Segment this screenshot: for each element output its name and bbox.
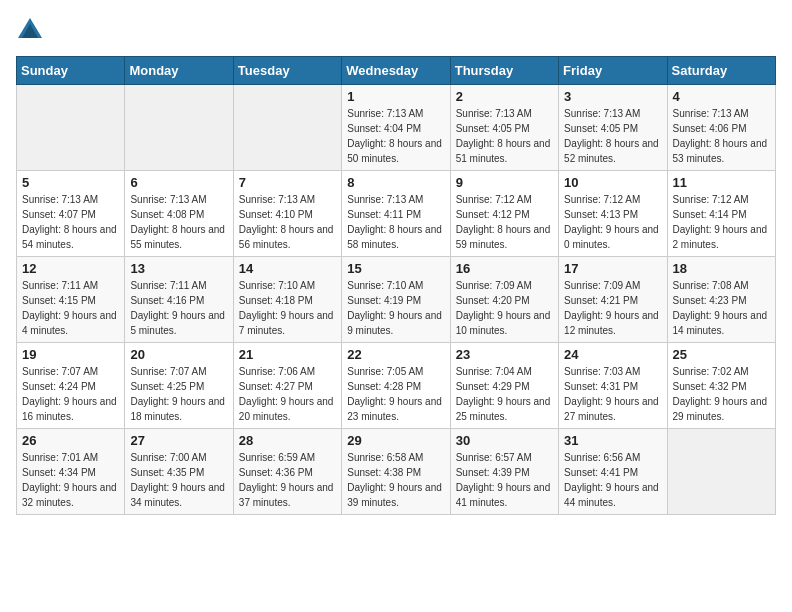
calendar-table: SundayMondayTuesdayWednesdayThursdayFrid… <box>16 56 776 515</box>
day-number: 5 <box>22 175 119 190</box>
day-number: 15 <box>347 261 444 276</box>
day-info: Sunrise: 7:03 AMSunset: 4:31 PMDaylight:… <box>564 364 661 424</box>
week-row-2: 5 Sunrise: 7:13 AMSunset: 4:07 PMDayligh… <box>17 171 776 257</box>
day-info: Sunrise: 7:05 AMSunset: 4:28 PMDaylight:… <box>347 364 444 424</box>
day-info: Sunrise: 7:06 AMSunset: 4:27 PMDaylight:… <box>239 364 336 424</box>
day-info: Sunrise: 7:13 AMSunset: 4:07 PMDaylight:… <box>22 192 119 252</box>
day-number: 25 <box>673 347 770 362</box>
day-number: 27 <box>130 433 227 448</box>
day-number: 10 <box>564 175 661 190</box>
day-info: Sunrise: 7:13 AMSunset: 4:05 PMDaylight:… <box>456 106 553 166</box>
calendar-cell: 4 Sunrise: 7:13 AMSunset: 4:06 PMDayligh… <box>667 85 775 171</box>
day-info: Sunrise: 6:56 AMSunset: 4:41 PMDaylight:… <box>564 450 661 510</box>
weekday-header-saturday: Saturday <box>667 57 775 85</box>
calendar-cell: 15 Sunrise: 7:10 AMSunset: 4:19 PMDaylig… <box>342 257 450 343</box>
calendar-cell: 3 Sunrise: 7:13 AMSunset: 4:05 PMDayligh… <box>559 85 667 171</box>
calendar-cell: 24 Sunrise: 7:03 AMSunset: 4:31 PMDaylig… <box>559 343 667 429</box>
day-number: 22 <box>347 347 444 362</box>
calendar-cell <box>17 85 125 171</box>
day-number: 20 <box>130 347 227 362</box>
weekday-header-row: SundayMondayTuesdayWednesdayThursdayFrid… <box>17 57 776 85</box>
calendar-cell: 2 Sunrise: 7:13 AMSunset: 4:05 PMDayligh… <box>450 85 558 171</box>
day-info: Sunrise: 7:01 AMSunset: 4:34 PMDaylight:… <box>22 450 119 510</box>
day-info: Sunrise: 6:58 AMSunset: 4:38 PMDaylight:… <box>347 450 444 510</box>
day-number: 17 <box>564 261 661 276</box>
day-info: Sunrise: 7:12 AMSunset: 4:14 PMDaylight:… <box>673 192 770 252</box>
calendar-cell: 23 Sunrise: 7:04 AMSunset: 4:29 PMDaylig… <box>450 343 558 429</box>
weekday-header-monday: Monday <box>125 57 233 85</box>
day-info: Sunrise: 7:12 AMSunset: 4:13 PMDaylight:… <box>564 192 661 252</box>
week-row-4: 19 Sunrise: 7:07 AMSunset: 4:24 PMDaylig… <box>17 343 776 429</box>
day-number: 13 <box>130 261 227 276</box>
calendar-cell: 18 Sunrise: 7:08 AMSunset: 4:23 PMDaylig… <box>667 257 775 343</box>
day-info: Sunrise: 7:11 AMSunset: 4:15 PMDaylight:… <box>22 278 119 338</box>
calendar-cell: 20 Sunrise: 7:07 AMSunset: 4:25 PMDaylig… <box>125 343 233 429</box>
calendar-cell: 9 Sunrise: 7:12 AMSunset: 4:12 PMDayligh… <box>450 171 558 257</box>
day-number: 24 <box>564 347 661 362</box>
logo-icon <box>16 16 44 44</box>
day-number: 28 <box>239 433 336 448</box>
calendar-cell: 26 Sunrise: 7:01 AMSunset: 4:34 PMDaylig… <box>17 429 125 515</box>
day-number: 16 <box>456 261 553 276</box>
day-info: Sunrise: 7:13 AMSunset: 4:08 PMDaylight:… <box>130 192 227 252</box>
calendar-cell: 29 Sunrise: 6:58 AMSunset: 4:38 PMDaylig… <box>342 429 450 515</box>
day-number: 19 <box>22 347 119 362</box>
calendar-cell <box>233 85 341 171</box>
calendar-cell: 6 Sunrise: 7:13 AMSunset: 4:08 PMDayligh… <box>125 171 233 257</box>
day-number: 1 <box>347 89 444 104</box>
day-info: Sunrise: 7:10 AMSunset: 4:19 PMDaylight:… <box>347 278 444 338</box>
calendar-cell: 10 Sunrise: 7:12 AMSunset: 4:13 PMDaylig… <box>559 171 667 257</box>
day-info: Sunrise: 7:00 AMSunset: 4:35 PMDaylight:… <box>130 450 227 510</box>
calendar-cell: 28 Sunrise: 6:59 AMSunset: 4:36 PMDaylig… <box>233 429 341 515</box>
day-number: 30 <box>456 433 553 448</box>
week-row-5: 26 Sunrise: 7:01 AMSunset: 4:34 PMDaylig… <box>17 429 776 515</box>
day-number: 7 <box>239 175 336 190</box>
day-info: Sunrise: 7:08 AMSunset: 4:23 PMDaylight:… <box>673 278 770 338</box>
week-row-1: 1 Sunrise: 7:13 AMSunset: 4:04 PMDayligh… <box>17 85 776 171</box>
day-info: Sunrise: 7:07 AMSunset: 4:24 PMDaylight:… <box>22 364 119 424</box>
calendar-cell: 19 Sunrise: 7:07 AMSunset: 4:24 PMDaylig… <box>17 343 125 429</box>
day-info: Sunrise: 7:13 AMSunset: 4:11 PMDaylight:… <box>347 192 444 252</box>
week-row-3: 12 Sunrise: 7:11 AMSunset: 4:15 PMDaylig… <box>17 257 776 343</box>
day-number: 14 <box>239 261 336 276</box>
weekday-header-friday: Friday <box>559 57 667 85</box>
day-number: 4 <box>673 89 770 104</box>
calendar-cell: 27 Sunrise: 7:00 AMSunset: 4:35 PMDaylig… <box>125 429 233 515</box>
calendar-cell: 16 Sunrise: 7:09 AMSunset: 4:20 PMDaylig… <box>450 257 558 343</box>
calendar-cell: 13 Sunrise: 7:11 AMSunset: 4:16 PMDaylig… <box>125 257 233 343</box>
day-number: 2 <box>456 89 553 104</box>
day-info: Sunrise: 7:13 AMSunset: 4:06 PMDaylight:… <box>673 106 770 166</box>
day-number: 29 <box>347 433 444 448</box>
day-info: Sunrise: 7:12 AMSunset: 4:12 PMDaylight:… <box>456 192 553 252</box>
day-info: Sunrise: 6:59 AMSunset: 4:36 PMDaylight:… <box>239 450 336 510</box>
calendar-cell: 30 Sunrise: 6:57 AMSunset: 4:39 PMDaylig… <box>450 429 558 515</box>
weekday-header-tuesday: Tuesday <box>233 57 341 85</box>
day-info: Sunrise: 7:10 AMSunset: 4:18 PMDaylight:… <box>239 278 336 338</box>
weekday-header-wednesday: Wednesday <box>342 57 450 85</box>
calendar-cell: 11 Sunrise: 7:12 AMSunset: 4:14 PMDaylig… <box>667 171 775 257</box>
day-info: Sunrise: 7:02 AMSunset: 4:32 PMDaylight:… <box>673 364 770 424</box>
calendar-cell: 17 Sunrise: 7:09 AMSunset: 4:21 PMDaylig… <box>559 257 667 343</box>
calendar-cell: 1 Sunrise: 7:13 AMSunset: 4:04 PMDayligh… <box>342 85 450 171</box>
day-info: Sunrise: 7:04 AMSunset: 4:29 PMDaylight:… <box>456 364 553 424</box>
weekday-header-sunday: Sunday <box>17 57 125 85</box>
calendar-cell: 22 Sunrise: 7:05 AMSunset: 4:28 PMDaylig… <box>342 343 450 429</box>
calendar-cell: 8 Sunrise: 7:13 AMSunset: 4:11 PMDayligh… <box>342 171 450 257</box>
calendar-cell: 25 Sunrise: 7:02 AMSunset: 4:32 PMDaylig… <box>667 343 775 429</box>
day-info: Sunrise: 7:13 AMSunset: 4:04 PMDaylight:… <box>347 106 444 166</box>
calendar-cell: 5 Sunrise: 7:13 AMSunset: 4:07 PMDayligh… <box>17 171 125 257</box>
calendar-cell: 21 Sunrise: 7:06 AMSunset: 4:27 PMDaylig… <box>233 343 341 429</box>
calendar-cell <box>125 85 233 171</box>
day-number: 8 <box>347 175 444 190</box>
day-info: Sunrise: 7:09 AMSunset: 4:20 PMDaylight:… <box>456 278 553 338</box>
calendar-cell: 14 Sunrise: 7:10 AMSunset: 4:18 PMDaylig… <box>233 257 341 343</box>
day-info: Sunrise: 7:07 AMSunset: 4:25 PMDaylight:… <box>130 364 227 424</box>
day-number: 21 <box>239 347 336 362</box>
calendar-cell: 31 Sunrise: 6:56 AMSunset: 4:41 PMDaylig… <box>559 429 667 515</box>
day-number: 3 <box>564 89 661 104</box>
day-info: Sunrise: 7:13 AMSunset: 4:10 PMDaylight:… <box>239 192 336 252</box>
day-number: 23 <box>456 347 553 362</box>
calendar-cell: 7 Sunrise: 7:13 AMSunset: 4:10 PMDayligh… <box>233 171 341 257</box>
day-info: Sunrise: 7:11 AMSunset: 4:16 PMDaylight:… <box>130 278 227 338</box>
calendar-cell <box>667 429 775 515</box>
